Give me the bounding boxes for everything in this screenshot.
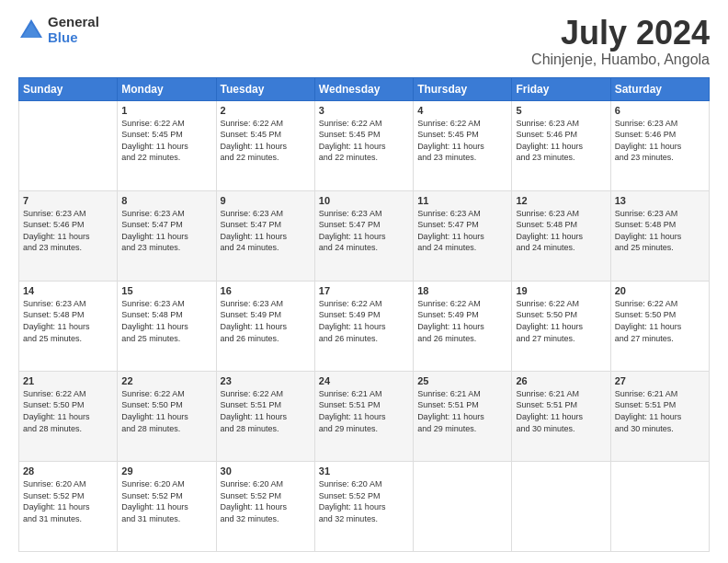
day-info: Sunrise: 6:22 AM Sunset: 5:45 PM Dayligh… bbox=[121, 118, 211, 164]
table-row: 22Sunrise: 6:22 AM Sunset: 5:50 PM Dayli… bbox=[118, 371, 216, 461]
day-number: 18 bbox=[417, 285, 507, 296]
table-row: 20Sunrise: 6:22 AM Sunset: 5:50 PM Dayli… bbox=[610, 281, 709, 371]
table-row: 10Sunrise: 6:23 AM Sunset: 5:47 PM Dayli… bbox=[314, 190, 413, 281]
logo: General Blue bbox=[18, 15, 99, 45]
day-info: Sunrise: 6:20 AM Sunset: 5:52 PM Dayligh… bbox=[121, 478, 211, 524]
table-row: 16Sunrise: 6:23 AM Sunset: 5:49 PM Dayli… bbox=[216, 281, 314, 371]
col-wednesday: Wednesday bbox=[314, 77, 413, 100]
table-row: 1Sunrise: 6:22 AM Sunset: 5:45 PM Daylig… bbox=[118, 100, 216, 190]
col-saturday: Saturday bbox=[610, 77, 709, 100]
table-row: 29Sunrise: 6:20 AM Sunset: 5:52 PM Dayli… bbox=[118, 461, 216, 551]
day-info: Sunrise: 6:23 AM Sunset: 5:47 PM Dayligh… bbox=[319, 208, 409, 254]
day-info: Sunrise: 6:21 AM Sunset: 5:51 PM Dayligh… bbox=[319, 388, 409, 434]
day-number: 4 bbox=[417, 105, 507, 116]
day-number: 9 bbox=[221, 195, 311, 206]
day-info: Sunrise: 6:22 AM Sunset: 5:50 PM Dayligh… bbox=[23, 388, 113, 434]
day-number: 11 bbox=[417, 195, 507, 206]
day-info: Sunrise: 6:22 AM Sunset: 5:50 PM Dayligh… bbox=[121, 388, 211, 434]
logo-blue-text: Blue bbox=[48, 30, 99, 46]
table-row: 5Sunrise: 6:23 AM Sunset: 5:46 PM Daylig… bbox=[512, 100, 610, 190]
header: General Blue July 2024 Chinjenje, Huambo… bbox=[18, 15, 710, 68]
day-info: Sunrise: 6:23 AM Sunset: 5:48 PM Dayligh… bbox=[23, 298, 113, 344]
day-info: Sunrise: 6:23 AM Sunset: 5:46 PM Dayligh… bbox=[615, 118, 705, 164]
day-info: Sunrise: 6:22 AM Sunset: 5:45 PM Dayligh… bbox=[221, 118, 311, 164]
day-number: 12 bbox=[516, 195, 606, 206]
day-number: 14 bbox=[23, 285, 113, 296]
main-title: July 2024 bbox=[531, 15, 710, 52]
day-info: Sunrise: 6:23 AM Sunset: 5:47 PM Dayligh… bbox=[417, 208, 507, 254]
table-row: 4Sunrise: 6:22 AM Sunset: 5:45 PM Daylig… bbox=[414, 100, 512, 190]
table-row: 9Sunrise: 6:23 AM Sunset: 5:47 PM Daylig… bbox=[216, 190, 314, 281]
logo-text: General Blue bbox=[48, 15, 99, 45]
table-row bbox=[610, 461, 709, 551]
day-info: Sunrise: 6:22 AM Sunset: 5:50 PM Dayligh… bbox=[516, 298, 606, 344]
day-info: Sunrise: 6:22 AM Sunset: 5:45 PM Dayligh… bbox=[417, 118, 507, 164]
table-row: 15Sunrise: 6:23 AM Sunset: 5:48 PM Dayli… bbox=[118, 281, 216, 371]
table-row: 11Sunrise: 6:23 AM Sunset: 5:47 PM Dayli… bbox=[414, 190, 512, 281]
day-info: Sunrise: 6:23 AM Sunset: 5:46 PM Dayligh… bbox=[516, 118, 606, 164]
day-number: 23 bbox=[221, 375, 311, 386]
day-info: Sunrise: 6:22 AM Sunset: 5:50 PM Dayligh… bbox=[615, 298, 705, 344]
day-number: 15 bbox=[121, 285, 211, 296]
day-info: Sunrise: 6:20 AM Sunset: 5:52 PM Dayligh… bbox=[319, 478, 409, 524]
col-sunday: Sunday bbox=[19, 77, 118, 100]
table-row: 14Sunrise: 6:23 AM Sunset: 5:48 PM Dayli… bbox=[19, 281, 118, 371]
day-number: 22 bbox=[121, 375, 211, 386]
col-monday: Monday bbox=[118, 77, 216, 100]
table-row: 30Sunrise: 6:20 AM Sunset: 5:52 PM Dayli… bbox=[216, 461, 314, 551]
title-block: July 2024 Chinjenje, Huambo, Angola bbox=[531, 15, 710, 68]
table-row: 27Sunrise: 6:21 AM Sunset: 5:51 PM Dayli… bbox=[610, 371, 709, 461]
day-info: Sunrise: 6:23 AM Sunset: 5:47 PM Dayligh… bbox=[121, 208, 211, 254]
day-number: 2 bbox=[221, 105, 311, 116]
col-friday: Friday bbox=[512, 77, 610, 100]
day-number: 29 bbox=[121, 465, 211, 477]
day-info: Sunrise: 6:21 AM Sunset: 5:51 PM Dayligh… bbox=[516, 388, 606, 434]
calendar-week-row: 28Sunrise: 6:20 AM Sunset: 5:52 PM Dayli… bbox=[19, 461, 710, 551]
day-number: 1 bbox=[121, 105, 211, 116]
table-row: 23Sunrise: 6:22 AM Sunset: 5:51 PM Dayli… bbox=[216, 371, 314, 461]
day-number: 16 bbox=[221, 285, 311, 296]
table-row: 13Sunrise: 6:23 AM Sunset: 5:48 PM Dayli… bbox=[610, 190, 709, 281]
table-row: 28Sunrise: 6:20 AM Sunset: 5:52 PM Dayli… bbox=[19, 461, 118, 551]
table-row: 3Sunrise: 6:22 AM Sunset: 5:45 PM Daylig… bbox=[314, 100, 413, 190]
table-row: 7Sunrise: 6:23 AM Sunset: 5:46 PM Daylig… bbox=[19, 190, 118, 281]
day-info: Sunrise: 6:23 AM Sunset: 5:49 PM Dayligh… bbox=[221, 298, 311, 344]
table-row: 31Sunrise: 6:20 AM Sunset: 5:52 PM Dayli… bbox=[314, 461, 413, 551]
day-info: Sunrise: 6:21 AM Sunset: 5:51 PM Dayligh… bbox=[417, 388, 507, 434]
day-info: Sunrise: 6:21 AM Sunset: 5:51 PM Dayligh… bbox=[615, 388, 705, 434]
col-tuesday: Tuesday bbox=[216, 77, 314, 100]
day-info: Sunrise: 6:22 AM Sunset: 5:45 PM Dayligh… bbox=[319, 118, 409, 164]
calendar-week-row: 1Sunrise: 6:22 AM Sunset: 5:45 PM Daylig… bbox=[19, 100, 710, 190]
day-number: 8 bbox=[121, 195, 211, 206]
table-row: 26Sunrise: 6:21 AM Sunset: 5:51 PM Dayli… bbox=[512, 371, 610, 461]
table-row bbox=[414, 461, 512, 551]
table-row: 17Sunrise: 6:22 AM Sunset: 5:49 PM Dayli… bbox=[314, 281, 413, 371]
table-row: 12Sunrise: 6:23 AM Sunset: 5:48 PM Dayli… bbox=[512, 190, 610, 281]
day-info: Sunrise: 6:22 AM Sunset: 5:51 PM Dayligh… bbox=[221, 388, 311, 434]
table-row: 18Sunrise: 6:22 AM Sunset: 5:49 PM Dayli… bbox=[414, 281, 512, 371]
day-number: 3 bbox=[319, 105, 409, 116]
day-info: Sunrise: 6:23 AM Sunset: 5:48 PM Dayligh… bbox=[121, 298, 211, 344]
calendar-week-row: 14Sunrise: 6:23 AM Sunset: 5:48 PM Dayli… bbox=[19, 281, 710, 371]
day-info: Sunrise: 6:23 AM Sunset: 5:48 PM Dayligh… bbox=[615, 208, 705, 254]
day-number: 28 bbox=[23, 465, 113, 477]
day-number: 5 bbox=[516, 105, 606, 116]
day-number: 24 bbox=[319, 375, 409, 386]
day-number: 6 bbox=[615, 105, 705, 116]
day-number: 27 bbox=[615, 375, 705, 386]
logo-icon bbox=[18, 17, 44, 43]
day-info: Sunrise: 6:20 AM Sunset: 5:52 PM Dayligh… bbox=[221, 478, 311, 524]
day-number: 30 bbox=[221, 465, 311, 477]
table-row: 6Sunrise: 6:23 AM Sunset: 5:46 PM Daylig… bbox=[610, 100, 709, 190]
table-row: 24Sunrise: 6:21 AM Sunset: 5:51 PM Dayli… bbox=[314, 371, 413, 461]
col-thursday: Thursday bbox=[414, 77, 512, 100]
day-number: 21 bbox=[23, 375, 113, 386]
table-row: 19Sunrise: 6:22 AM Sunset: 5:50 PM Dayli… bbox=[512, 281, 610, 371]
day-number: 10 bbox=[319, 195, 409, 206]
calendar-week-row: 7Sunrise: 6:23 AM Sunset: 5:46 PM Daylig… bbox=[19, 190, 710, 281]
day-number: 7 bbox=[23, 195, 113, 206]
subtitle: Chinjenje, Huambo, Angola bbox=[531, 52, 710, 68]
table-row: 8Sunrise: 6:23 AM Sunset: 5:47 PM Daylig… bbox=[118, 190, 216, 281]
day-number: 25 bbox=[417, 375, 507, 386]
day-number: 13 bbox=[615, 195, 705, 206]
